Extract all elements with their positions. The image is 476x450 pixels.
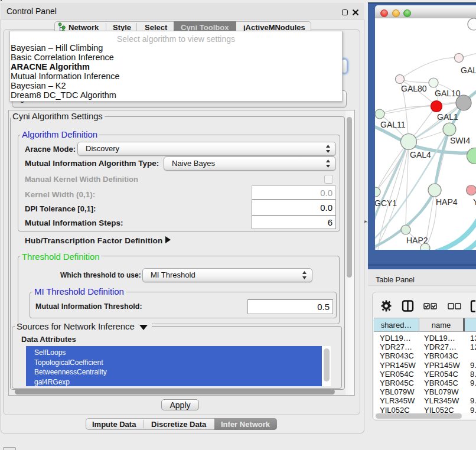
svg-text:GAL4: GAL4 bbox=[410, 150, 431, 159]
svg-text:GAL1: GAL1 bbox=[437, 112, 458, 122]
svg-text:HAP4: HAP4 bbox=[436, 197, 458, 207]
svg-text:GAL10: GAL10 bbox=[435, 89, 461, 98]
svg-text:GAL7: GAL7 bbox=[461, 66, 476, 75]
svg-text:Y: Y bbox=[473, 197, 476, 207]
svg-text:GCY1: GCY1 bbox=[375, 198, 397, 208]
svg-text:SWI4: SWI4 bbox=[450, 136, 470, 145]
svg-text:GAL80: GAL80 bbox=[401, 84, 427, 93]
svg-text:HAP2: HAP2 bbox=[406, 236, 428, 245]
svg-text:GAL11: GAL11 bbox=[380, 120, 406, 129]
